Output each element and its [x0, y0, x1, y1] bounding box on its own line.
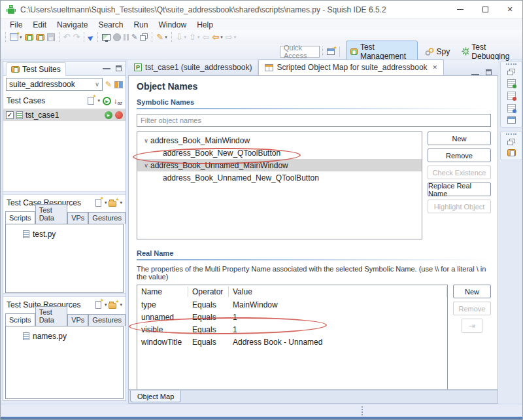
table-row[interactable]: visible Equals 1 [137, 323, 447, 336]
dropdown-arrow-icon[interactable]: ▾ [98, 98, 101, 103]
minimize-button[interactable] [448, 1, 473, 18]
quick-access-field[interactable]: Quick Access [280, 46, 320, 58]
menu-file[interactable]: File [5, 20, 27, 29]
property-operator: Equals [188, 300, 229, 309]
menu-run[interactable]: Run [128, 20, 153, 29]
new-wizard-button[interactable]: ▾ [8, 31, 24, 43]
open-suite-button[interactable] [35, 31, 46, 43]
save-button [46, 31, 56, 43]
properties-view-icon[interactable] [507, 104, 516, 113]
toolbar-separator [97, 32, 98, 42]
test-management-icon [350, 48, 358, 55]
launch-aut-button[interactable]: ▶ [87, 31, 95, 43]
drag-grip[interactable] [506, 63, 516, 65]
pick-object-button[interactable]: ✎▾ [155, 31, 168, 43]
resource-file-row[interactable]: test.py [23, 230, 123, 239]
maximize-view-icon[interactable] [116, 65, 122, 71]
new-folder-icon[interactable] [109, 303, 116, 309]
test-case-row[interactable]: ✓ tst_case1 [3, 109, 126, 121]
run-test-case-icon[interactable] [105, 111, 112, 119]
chevron-expanded-icon[interactable]: ∨ [142, 162, 150, 169]
status-bar-grip[interactable] [362, 406, 363, 415]
dropdown-arrow-icon[interactable]: ▾ [120, 302, 122, 307]
close-button[interactable]: ✕ [498, 1, 522, 18]
table-row[interactable]: unnamed Equals 1 [137, 311, 447, 323]
tree-item[interactable]: ∨ address_Book_MainWindow [137, 134, 422, 147]
restore-view-icon[interactable] [507, 141, 513, 145]
new-folder-icon[interactable] [109, 201, 116, 207]
test-suites-view-tab[interactable]: Test Suites [6, 62, 66, 76]
pause-button [122, 31, 130, 43]
property-name: type [137, 300, 188, 309]
tab-scripts[interactable]: Scripts [5, 313, 35, 326]
sort-test-cases-icon[interactable]: ↓ [114, 97, 122, 105]
new-test-case-icon[interactable] [88, 97, 94, 105]
edit-server-settings-button[interactable]: ✎ [130, 31, 139, 43]
filter-object-names-input[interactable] [137, 114, 491, 127]
perspective-spy[interactable]: Spy [420, 45, 455, 58]
tab-gestures[interactable]: Gestures [88, 314, 126, 326]
convert-property-button: ⇥ [462, 319, 482, 333]
suite-selector[interactable]: suite_addressbook ∨ [6, 78, 103, 91]
tab-test-data[interactable]: Test Data [35, 204, 68, 224]
tab-scripts[interactable]: Scripts [5, 211, 35, 224]
dropdown-arrow-icon[interactable]: ▾ [105, 200, 107, 205]
test-summary-view-icon[interactable] [507, 79, 516, 88]
application-objects-view-icon[interactable] [507, 116, 516, 124]
object-map-bottom-tab[interactable]: Object Map [130, 391, 181, 402]
run-test-suite-button[interactable] [101, 31, 112, 43]
object-map-view-icon[interactable] [507, 149, 516, 156]
menu-search[interactable]: Search [93, 20, 128, 29]
test-case-checkbox[interactable]: ✓ [6, 111, 14, 119]
menu-help[interactable]: Help [192, 20, 218, 29]
toolbar-separator [152, 32, 152, 42]
runner-control-view-icon[interactable] [507, 92, 516, 100]
object-map-editor: Object Names Symbolic Names ∨ address_Bo… [128, 76, 498, 390]
menu-edit[interactable]: Edit [27, 20, 52, 29]
table-row[interactable]: type Equals MainWindow [137, 298, 447, 311]
restore-view-icon[interactable] [507, 71, 513, 75]
menu-navigate[interactable]: Navigate [52, 20, 93, 29]
maximize-editor-icon[interactable] [486, 69, 492, 75]
manage-auts-button[interactable] [139, 31, 149, 43]
dropdown-arrow-icon[interactable]: ▾ [120, 200, 122, 205]
import-suite-button[interactable] [24, 31, 35, 43]
drag-grip[interactable] [506, 133, 516, 135]
tree-item-selected[interactable]: ∨ address_Book_Unnamed_MainWindow [137, 159, 422, 171]
tree-item[interactable]: address_Book_New_QToolButton [137, 147, 422, 159]
close-tab-icon[interactable]: ✕ [433, 64, 438, 71]
menu-window[interactable]: Window [153, 20, 192, 29]
run-all-test-cases-icon[interactable] [103, 97, 111, 105]
tab-gestures[interactable]: Gestures [88, 212, 126, 224]
resource-file-row[interactable]: names.py [23, 332, 123, 341]
tab-test-data[interactable]: Test Data [35, 306, 68, 326]
remove-symbolic-name-button[interactable]: Remove [428, 149, 491, 162]
editor-tab-object-map[interactable]: Scripted Object Map for suite_addressboo… [258, 60, 444, 75]
tab-vps[interactable]: VPs [67, 212, 88, 224]
new-symbolic-name-button[interactable]: New [428, 131, 491, 145]
open-perspective-button[interactable] [326, 45, 336, 58]
suite-settings-icon[interactable]: ✎ [105, 80, 112, 89]
symbolic-names-title: Symbolic Names [137, 98, 491, 106]
tab-vps[interactable]: VPs [67, 314, 88, 326]
test-suite-resources-list: names.py [5, 326, 124, 399]
status-bar [1, 404, 522, 417]
tree-item[interactable]: address_Book_Unnamed_New_QToolButton [137, 171, 422, 184]
record-test-case-icon[interactable] [115, 111, 123, 119]
dropdown-arrow-icon[interactable]: ▾ [105, 302, 107, 307]
chevron-expanded-icon[interactable]: ∨ [142, 137, 150, 144]
new-file-icon[interactable] [95, 301, 101, 309]
editor-tab-tst-case1[interactable]: P tst_case1 (suite_addressbook) [128, 60, 258, 75]
maximize-button[interactable] [473, 1, 498, 18]
suite-config-icon[interactable] [114, 81, 123, 88]
minimize-view-icon[interactable] [103, 68, 110, 69]
minimize-editor-icon[interactable] [471, 74, 479, 75]
new-file-icon[interactable] [95, 199, 101, 207]
back-button[interactable]: ⇦▾ [211, 31, 224, 43]
table-row[interactable]: windowTitle Equals Address Book - Unname… [137, 336, 447, 348]
title-bar: C:\Users\sueltmann\Squish_Testsuites\Qt\… [1, 1, 522, 19]
last-edit-location-icon: ⇦ [203, 33, 210, 41]
replace-real-name-button[interactable]: Replace Real Name [428, 183, 491, 196]
undo-icon: ↶ [63, 33, 71, 41]
new-property-button[interactable]: New [453, 285, 491, 298]
